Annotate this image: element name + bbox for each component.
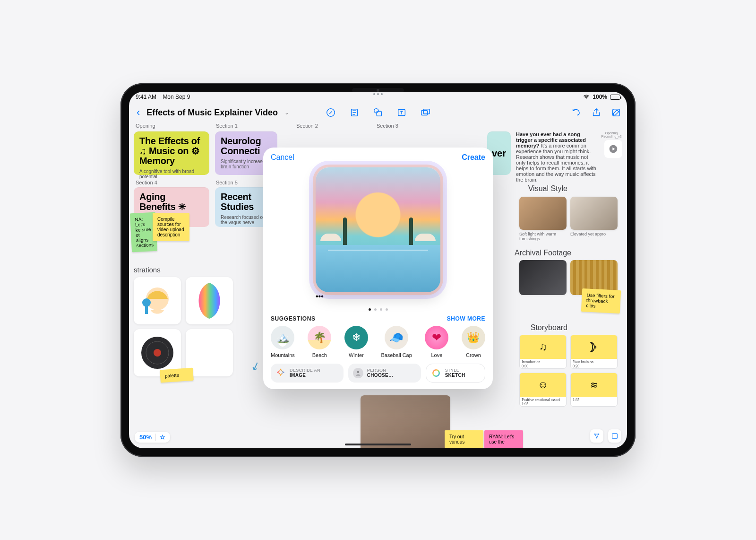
section-label-5: Section 5 [216,180,238,185]
sticky-filters[interactable]: Use filters for throwback clips [581,288,621,314]
title-chevron-icon[interactable]: ⌄ [284,109,289,116]
visual-style-thumb-2[interactable] [570,197,618,230]
suggestion-crown[interactable]: 👑 Crown [462,326,485,358]
home-indicator[interactable] [345,444,411,445]
svg-rect-2 [377,111,381,116]
preview-page-dots[interactable] [263,308,493,311]
suggestion-cap[interactable]: 🧢 Baseball Cap [381,326,412,358]
section-label-2: Section 2 [296,123,318,129]
suggestions-row: 🏔️ Mountains 🌴 Beach ❄ Winter 🧢 Baseball… [263,326,493,358]
markup-tool-icon[interactable] [326,107,336,118]
memory-body: It's a more common experience than you m… [516,143,596,183]
svg-rect-10 [145,305,148,314]
zoom-favorite-icon[interactable]: ☆ [155,434,165,441]
svg-point-12 [154,349,161,357]
card-section4-title: AgingBenefits ✳︎ [139,192,204,212]
image-tool-icon[interactable] [420,107,430,118]
card-opening-sub: A cognitive tool with broad potential [139,169,204,179]
storyboard-frame-3[interactable]: ☺ Positive emotional associ1:05 [519,373,567,407]
crown-icon: 👑 [467,331,480,344]
svg-point-19 [357,371,359,373]
undo-button[interactable] [571,107,582,118]
status-date: Mon Sep 9 [163,94,190,100]
text-frame-tool-icon[interactable] [396,107,407,118]
illustration-thumb-1[interactable] [134,277,181,324]
archival-heading: Archival Footage [515,249,571,257]
svg-point-3 [374,109,378,113]
generated-image-preview[interactable] [316,167,440,292]
screen: 9:41 AM Mon Sep 9 100% ‹ Effects of Musi… [129,92,627,448]
describe-image-pill[interactable]: DESCRIBE ANIMAGE [271,364,344,383]
battery-icon [610,95,620,100]
board-title[interactable]: Effects of Music Explainer Video [146,108,278,118]
suggestion-mountains[interactable]: 🏔️ Mountains [271,326,295,358]
create-button[interactable]: Create [462,153,485,162]
photo-person[interactable] [361,395,450,448]
snowflake-icon: ❄ [352,331,361,344]
svg-rect-18 [612,434,618,439]
toolbar-right [571,107,621,118]
ipad-device: 9:41 AM Mon Sep 9 100% ‹ Effects of Musi… [120,83,636,457]
toolbar: ‹ Effects of Music Explainer Video ⌄ [129,102,627,123]
svg-rect-5 [421,110,428,115]
sticky-tryout[interactable]: Try out various [445,430,483,448]
mountain-icon: 🏔️ [276,331,289,344]
visual-cap-2: Elevated yet appro [570,232,618,236]
zoom-control[interactable]: 50% ☆ [135,432,170,443]
svg-point-17 [596,437,598,439]
preview-more-button[interactable]: ••• [316,292,440,301]
storyboard-frame-1[interactable]: ♫ Introduction0:00 [519,335,567,369]
show-more-button[interactable]: SHOW MORE [447,315,485,322]
storyboard-frame-2[interactable]: Your brain on0:20 [570,335,618,369]
visual-style-thumb-1[interactable] [519,197,567,230]
suggestions-label: SUGGESTIONS [271,315,316,322]
multitask-dots[interactable] [373,93,383,95]
suggestion-beach[interactable]: 🌴 Beach [308,326,331,358]
status-bar: 9:41 AM Mon Sep 9 100% [129,92,627,102]
battery-percent: 100% [593,94,607,100]
suggestion-love[interactable]: ❤ Love [425,326,448,358]
play-recording-button[interactable] [604,140,622,158]
visual-cap-1: Soft light with warm furnishings [519,232,567,241]
archival-thumb-1[interactable] [519,260,567,295]
frame-view-button[interactable] [608,429,621,443]
cancel-button[interactable]: Cancel [271,153,294,162]
compose-button[interactable] [611,107,621,118]
status-right: 100% [583,94,620,100]
note-tool-icon[interactable] [349,107,360,118]
style-ring-icon [431,368,441,378]
card-opening[interactable]: The Effects of ♫ Music on ⚙︎ Memory A co… [134,131,209,175]
sticky-ryan[interactable]: RYAN: Let's use the [484,430,523,448]
status-time: 9:41 AM [136,94,156,100]
suggestion-winter[interactable]: ❄ Winter [344,326,368,358]
graph-view-button[interactable] [590,429,603,443]
card-opening-title: The Effects of ♫ Music on ⚙︎ Memory [139,136,204,166]
bottom-right-controls [590,429,621,443]
style-pill[interactable]: STYLESKETCH [426,364,485,383]
status-left: 9:41 AM Mon Sep 9 [136,94,190,100]
storyboard-heading: Storyboard [531,323,567,332]
heart-icon: ❤ [432,331,441,344]
palm-icon: 🌴 [313,331,326,344]
image-playground-sheet: Cancel Create ••• SUGGESTIONS SHOW M [263,148,493,389]
svg-rect-6 [423,109,430,114]
share-button[interactable] [591,107,601,118]
sparkle-icon [275,368,286,378]
svg-point-20 [433,370,439,376]
section-label-1: Section 1 [216,123,238,129]
section-label-3: Section 3 [377,123,398,129]
sticky-palette[interactable]: palette [160,368,194,383]
person-icon [353,368,363,378]
illustration-thumb-2[interactable] [186,277,233,324]
section-label-4: Section 4 [136,180,157,185]
toolbar-center [326,107,430,118]
sticky-compile[interactable]: Compile sources for video upload descrip… [153,213,189,241]
recording-label: Opening Recording_v3 [601,131,621,138]
back-button[interactable]: ‹ [135,106,142,119]
visual-style-heading: Visual Style [528,184,567,193]
shapes-tool-icon[interactable] [373,107,383,118]
choose-person-pill[interactable]: PERSONCHOOSE… [348,364,421,383]
section-label-opening: Opening [136,123,155,129]
memory-text-card[interactable]: Have you ever had a song trigger a speci… [516,131,622,183]
storyboard-frame-4[interactable]: ≋ 1:35 [570,373,618,407]
